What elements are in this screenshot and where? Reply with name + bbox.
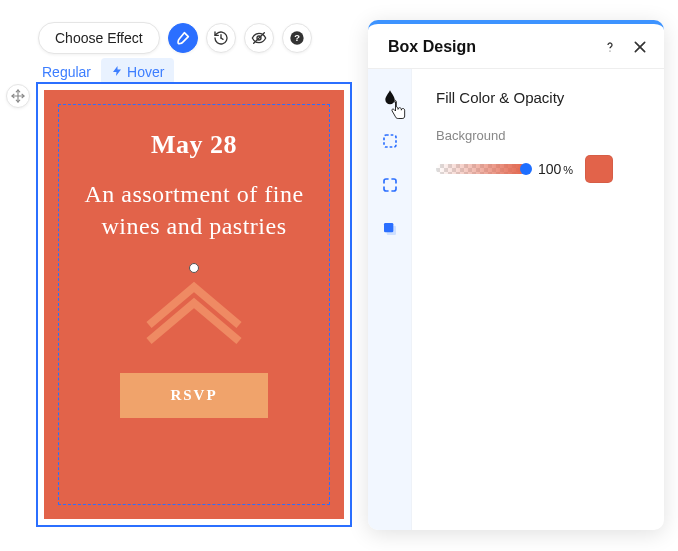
side-tab-border[interactable] (378, 129, 402, 153)
history-icon (213, 30, 229, 46)
panel-header: Box Design (368, 24, 664, 69)
choose-effect-button[interactable]: Choose Effect (38, 22, 160, 54)
opacity-number: 100 (538, 161, 561, 177)
box-design-panel: Box Design (368, 20, 664, 530)
drop-icon (382, 88, 398, 106)
svg-point-8 (609, 50, 610, 51)
question-icon: ? (289, 30, 305, 46)
tab-hover-label: Hover (127, 64, 164, 80)
toolbar: Choose Effect ? (38, 22, 312, 54)
svg-line-1 (221, 38, 223, 39)
shadow-icon (382, 221, 398, 237)
visibility-icon-button[interactable] (244, 23, 274, 53)
opacity-slider-fill (436, 164, 526, 174)
paintbrush-icon (175, 30, 191, 46)
date-text[interactable]: May 28 (151, 130, 237, 160)
opacity-row: 100 % (436, 155, 644, 183)
side-tab-corners[interactable] (378, 173, 402, 197)
rotate-handle[interactable] (189, 263, 199, 273)
opacity-unit: % (563, 164, 573, 176)
background-color-swatch[interactable] (585, 155, 613, 183)
panel-content: Fill Color & Opacity Background 100 % (412, 69, 664, 530)
box-canvas: May 28 An assortment of fine wines and p… (44, 90, 344, 519)
close-icon[interactable] (632, 39, 648, 55)
move-handle[interactable] (6, 84, 30, 108)
svg-rect-11 (384, 135, 396, 147)
panel-side-tabs (368, 69, 412, 530)
history-icon-button[interactable] (206, 23, 236, 53)
selected-box[interactable]: May 28 An assortment of fine wines and p… (36, 82, 352, 527)
corners-icon (382, 177, 398, 193)
design-icon-button[interactable] (168, 23, 198, 53)
opacity-slider-thumb[interactable] (520, 163, 532, 175)
help-icon-button[interactable]: ? (282, 23, 312, 53)
panel-title: Box Design (388, 38, 476, 56)
panel-body: Fill Color & Opacity Background 100 % (368, 69, 664, 530)
section-title: Fill Color & Opacity (436, 89, 644, 106)
panel-help-icon[interactable] (602, 39, 618, 55)
eye-off-icon (251, 30, 267, 46)
background-label: Background (436, 128, 644, 143)
chevron-up-icon (139, 269, 249, 345)
description-text[interactable]: An assortment of fine wines and pastries (66, 178, 322, 243)
opacity-slider[interactable] (436, 164, 526, 174)
lightning-icon (111, 64, 123, 80)
dashed-square-icon (382, 133, 398, 149)
svg-text:?: ? (294, 33, 300, 43)
chevron-decoration[interactable] (139, 269, 249, 345)
side-tab-fill[interactable] (378, 85, 402, 109)
side-tab-shadow[interactable] (378, 217, 402, 241)
rsvp-button[interactable]: RSVP (120, 373, 267, 418)
move-icon (11, 89, 25, 103)
svg-rect-13 (384, 223, 393, 232)
opacity-value: 100 % (538, 161, 573, 177)
